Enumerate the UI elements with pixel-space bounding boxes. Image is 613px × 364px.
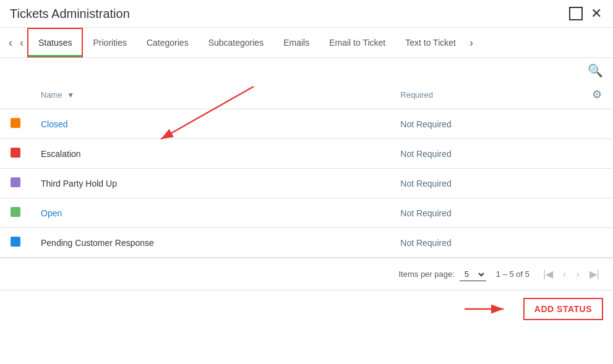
- next-page-btn[interactable]: ›: [573, 266, 583, 282]
- search-icon[interactable]: 🔍: [588, 63, 603, 78]
- row-settings-cell: [582, 109, 613, 139]
- color-dot: [11, 148, 20, 158]
- add-status-button[interactable]: ADD STATUS: [523, 298, 603, 320]
- row-name-cell: Escalation: [31, 139, 390, 169]
- items-per-page-label: Items per page:: [398, 269, 454, 279]
- settings-icon[interactable]: ⚙: [592, 88, 602, 101]
- col-color-header: [0, 80, 31, 109]
- first-page-btn[interactable]: |◀: [539, 266, 557, 282]
- tab-nav-next[interactable]: ›: [466, 29, 477, 57]
- tab-priorities[interactable]: Priorities: [83, 29, 136, 56]
- tab-email-to-ticket[interactable]: Email to Ticket: [319, 29, 395, 56]
- square-icon: [569, 7, 583, 20]
- table-row: Third Party Hold UpNot Required: [0, 169, 613, 198]
- table-row: ClosedNot Required: [0, 109, 613, 139]
- page-size-dropdown[interactable]: 5 10 25 50: [460, 268, 486, 281]
- last-page-btn[interactable]: ▶|: [586, 266, 603, 282]
- close-button[interactable]: ✕: [589, 7, 603, 20]
- pagination-bar: Items per page: 5 10 25 50 1 – 5 of 5 |◀…: [0, 258, 613, 290]
- row-color-cell: [0, 198, 31, 228]
- tab-nav-prev2[interactable]: ‹: [16, 29, 27, 57]
- table-row: Pending Customer ResponseNot Required: [0, 228, 613, 258]
- row-required-cell: Not Required: [390, 198, 582, 228]
- table-section: Name ▼ Required ⚙ ClosedNot RequiredEsca…: [0, 80, 613, 258]
- add-status-arrow: [461, 300, 511, 318]
- tab-nav-prev1[interactable]: ‹: [5, 29, 16, 57]
- page-nav: |◀ ‹ › ▶|: [539, 266, 603, 282]
- row-name-cell[interactable]: Open: [31, 198, 390, 228]
- minimize-button[interactable]: [567, 5, 585, 22]
- toolbar-row: 🔍: [0, 58, 613, 80]
- row-color-cell: [0, 109, 31, 139]
- row-required-cell: Not Required: [390, 139, 582, 169]
- row-name-cell: Pending Customer Response: [31, 228, 390, 258]
- color-dot: [11, 177, 20, 187]
- app-title: Tickets Administration: [10, 7, 130, 21]
- row-color-cell: [0, 228, 31, 258]
- page-size-select: Items per page: 5 10 25 50: [398, 268, 486, 281]
- row-settings-cell: [582, 169, 613, 198]
- table-header-row: Name ▼ Required ⚙: [0, 80, 613, 109]
- row-color-cell: [0, 139, 31, 169]
- app-header: Tickets Administration ✕: [0, 0, 613, 28]
- row-name-cell: Third Party Hold Up: [31, 169, 390, 198]
- table-row: EscalationNot Required: [0, 139, 613, 169]
- row-required-cell: Not Required: [390, 169, 582, 198]
- row-required-cell: Not Required: [390, 109, 582, 139]
- col-required-header: Required: [390, 80, 582, 109]
- tabs-bar: ‹ ‹ Statuses Priorities Categories Subca…: [0, 28, 613, 58]
- row-required-cell: Not Required: [390, 228, 582, 258]
- row-name-cell[interactable]: Closed: [31, 109, 390, 139]
- color-dot: [11, 237, 20, 247]
- color-dot: [11, 118, 20, 128]
- table-row: OpenNot Required: [0, 198, 613, 228]
- tab-emails[interactable]: Emails: [273, 29, 319, 56]
- footer-row: ADD STATUS: [0, 290, 613, 328]
- tab-subcategories[interactable]: Subcategories: [199, 29, 274, 56]
- row-settings-cell: [582, 139, 613, 169]
- col-settings-header: ⚙: [582, 80, 613, 109]
- tab-text-to-ticket[interactable]: Text to Ticket: [395, 29, 466, 56]
- app-container: Tickets Administration ✕ ‹ ‹ Statuses Pr…: [0, 0, 613, 328]
- row-settings-cell: [582, 198, 613, 228]
- page-range: 1 – 5 of 5: [496, 269, 529, 279]
- row-settings-cell: [582, 228, 613, 258]
- color-dot: [11, 207, 20, 217]
- prev-page-btn[interactable]: ‹: [559, 266, 570, 282]
- row-color-cell: [0, 169, 31, 198]
- header-actions: ✕: [567, 5, 603, 22]
- sort-arrow: ▼: [67, 91, 74, 99]
- col-name-header[interactable]: Name ▼: [31, 80, 390, 109]
- tab-categories[interactable]: Categories: [137, 29, 199, 56]
- tab-statuses[interactable]: Statuses: [27, 28, 83, 57]
- status-table: Name ▼ Required ⚙ ClosedNot RequiredEsca…: [0, 80, 613, 258]
